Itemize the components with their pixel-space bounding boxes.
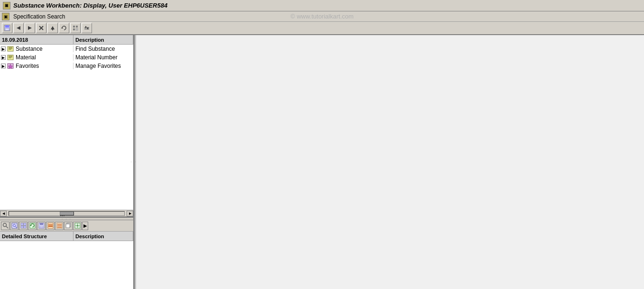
scroll-right-btn[interactable]: ▶ [127, 211, 133, 216]
struct-more-btn[interactable]: ▶ [82, 222, 88, 230]
svg-rect-33 [21, 223, 23, 225]
struct-grid-btn[interactable] [19, 222, 28, 230]
svg-rect-48 [57, 227, 62, 228]
title-text: Substance Workbench: Display, User EHP6U… [13, 2, 167, 9]
structure-content [0, 241, 133, 289]
svg-marker-4 [28, 26, 32, 30]
structure-header: Detailed Structure Description [0, 232, 133, 241]
struct-view2-btn[interactable] [55, 222, 64, 230]
svg-point-52 [76, 225, 78, 227]
svg-rect-12 [73, 28, 75, 30]
up-toolbar-btn[interactable] [47, 23, 58, 33]
svg-rect-40 [40, 223, 43, 225]
substance-expand-icon[interactable]: ▶ [1, 47, 6, 51]
struct-detail-col-header: Detailed Structure [0, 232, 74, 241]
forward-toolbar-btn[interactable] [25, 23, 35, 33]
svg-rect-15 [84, 28, 89, 29]
struct-copy-btn[interactable] [64, 222, 73, 230]
svg-rect-36 [24, 226, 26, 228]
svg-rect-44 [48, 226, 53, 227]
tree-content: ▶ Substance Find Substance [0, 45, 133, 210]
svg-rect-10 [73, 26, 75, 28]
favorites-expand-icon[interactable]: ▶ [1, 64, 6, 68]
favorites-node-icon [7, 63, 14, 69]
back-toolbar-btn[interactable] [13, 23, 24, 33]
tree-date-col-header: 18.09.2018 [0, 35, 74, 44]
svg-marker-3 [17, 26, 20, 30]
material-label: Material [16, 54, 36, 61]
watermark: © www.tutorialkart.com [290, 13, 353, 20]
substance-node-icon [7, 46, 14, 52]
svg-rect-50 [66, 224, 70, 228]
structure-toolbar: ▶ [0, 220, 133, 232]
tree-row-favorites[interactable]: ▶ Favorites Manage Favorites [0, 62, 133, 70]
material-expand-icon[interactable]: ▶ [1, 55, 6, 60]
substance-label: Substance [16, 46, 43, 52]
tree-row-material[interactable]: ▶ Material Material Number [0, 53, 133, 62]
struct-settings-btn[interactable] [73, 222, 82, 230]
tree-header: 18.09.2018 Description [0, 35, 133, 45]
settings-toolbar-btn[interactable] [82, 23, 92, 33]
svg-rect-2 [5, 28, 9, 30]
toolbar [0, 22, 644, 35]
tree-row-favorites-left: ▶ Favorites [0, 63, 74, 69]
material-node-icon [7, 54, 14, 61]
struct-view1-btn[interactable] [46, 222, 55, 230]
structure-section: ▶ Detailed Structure Description [0, 220, 133, 289]
right-panel [136, 35, 644, 289]
tree-row-substance[interactable]: ▶ Substance Find Substance [0, 45, 133, 53]
scroll-left-btn[interactable]: ◀ [0, 211, 7, 216]
refresh-toolbar-btn[interactable] [59, 23, 69, 33]
tree-row-material-left: ▶ Material [0, 54, 74, 61]
menu-bar: ▣ Specification Search © www.tutorialkar… [0, 11, 644, 22]
svg-rect-35 [21, 226, 23, 228]
svg-rect-14 [84, 27, 89, 28]
struct-refresh-btn[interactable] [28, 222, 37, 230]
spec-search-menu[interactable]: Specification Search [13, 13, 65, 20]
favorites-label: Favorites [16, 63, 39, 69]
main-area: 18.09.2018 Description ▶ [0, 35, 644, 289]
favorites-description: Manage Favorites [74, 63, 133, 69]
svg-rect-16 [85, 26, 86, 28]
svg-rect-34 [24, 223, 26, 225]
tree-row-substance-left: ▶ Substance [0, 46, 74, 52]
svg-line-29 [6, 226, 8, 228]
tree-horizontal-scrollbar[interactable]: ◀ ··· ▶ [0, 210, 133, 216]
scrollbar-track[interactable]: ··· [9, 211, 125, 216]
struct-search-btn[interactable] [10, 222, 18, 230]
svg-marker-9 [61, 27, 63, 28]
customize-toolbar-btn[interactable] [70, 23, 81, 33]
svg-rect-1 [5, 25, 9, 28]
svg-rect-11 [76, 26, 78, 28]
save-toolbar-btn[interactable] [2, 23, 12, 33]
struct-desc-col-header: Description [74, 232, 133, 241]
struct-save-btn[interactable] [37, 222, 46, 230]
material-description: Material Number [74, 54, 133, 61]
scrollbar-thumb[interactable]: ··· [60, 212, 74, 215]
tree-section: 18.09.2018 Description ▶ [0, 35, 133, 217]
left-panel: 18.09.2018 Description ▶ [0, 35, 134, 289]
svg-rect-43 [48, 224, 53, 225]
svg-rect-42 [48, 223, 53, 228]
struct-find-btn[interactable] [1, 222, 9, 230]
svg-rect-46 [57, 224, 62, 225]
title-icon: ▣ [3, 2, 10, 9]
substance-description: Find Substance [74, 46, 133, 52]
title-bar: ▣ Substance Workbench: Display, User EHP… [0, 0, 644, 11]
tree-desc-col-header: Description [74, 35, 133, 44]
svg-point-28 [3, 224, 6, 227]
svg-rect-41 [40, 226, 43, 228]
svg-rect-13 [76, 28, 78, 30]
svg-rect-17 [87, 28, 88, 29]
svg-marker-7 [51, 26, 55, 29]
cancel-toolbar-btn[interactable] [36, 23, 46, 33]
svg-rect-47 [57, 225, 62, 226]
menu-icon: ▣ [2, 13, 9, 20]
